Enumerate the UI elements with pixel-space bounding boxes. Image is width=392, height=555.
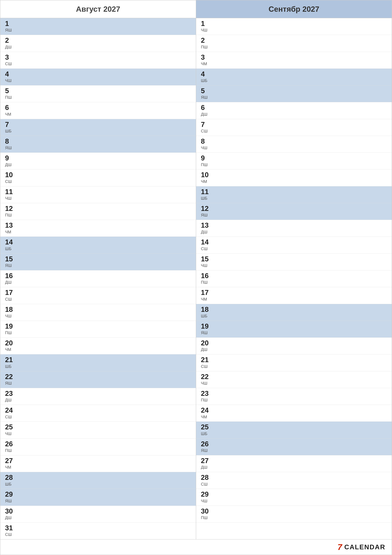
day-number: 17 (5, 289, 16, 296)
days-grid: 1 ЯШ 2 ДШ 3 СШ 4 ЧШ 5 ПШ 6 ЧМ 7 ШБ (0, 18, 392, 539)
sep-day-row: 16 ПШ (196, 270, 392, 287)
day-abbr: СШ (5, 61, 16, 66)
sep-day-row: 4 ШБ (196, 69, 392, 85)
day-abbr: ЧМ (201, 297, 212, 302)
brand-icon: 7 (337, 542, 342, 552)
day-abbr: СШ (201, 246, 212, 251)
sep-day-row: 3 ЧМ (196, 52, 392, 69)
day-number: 10 (201, 171, 212, 179)
day-number: 25 (201, 423, 212, 431)
day-cell: 6 ДШ (201, 104, 212, 117)
day-abbr: ПШ (201, 45, 212, 50)
day-cell: 30 ДШ (5, 507, 16, 520)
day-abbr: ЧМ (201, 179, 212, 184)
day-cell: 3 СШ (5, 53, 16, 66)
aug-day-row: 19 ПШ (0, 321, 196, 338)
aug-day-row: 27 ЧМ (0, 455, 196, 472)
day-number: 31 (5, 524, 16, 532)
aug-day-row: 8 ЯШ (0, 136, 196, 153)
sep-day-row: 11 ШБ (196, 186, 392, 203)
day-cell: 3 ЧМ (201, 53, 212, 66)
day-number: 29 (201, 490, 212, 498)
day-cell: 24 СШ (5, 406, 16, 419)
day-number: 22 (201, 373, 212, 380)
day-abbr: ЯШ (201, 330, 212, 335)
day-cell: 23 ПШ (201, 390, 212, 402)
day-cell: 2 ПШ (201, 37, 212, 49)
day-cell: 20 ДШ (201, 339, 212, 352)
day-abbr: ЧШ (5, 431, 16, 436)
day-cell: 13 ЧМ (5, 221, 16, 234)
day-number: 19 (201, 322, 212, 330)
day-cell: 1 ЧШ (201, 20, 212, 33)
aug-day-row: 6 ЧМ (0, 102, 196, 119)
day-abbr: ЧШ (5, 314, 16, 319)
day-cell: 8 ЯШ (5, 138, 16, 150)
day-number: 5 (5, 87, 16, 95)
day-number: 7 (201, 121, 212, 128)
aug-day-row: 9 ДШ (0, 153, 196, 169)
sep-day-row: 27 ДШ (196, 455, 392, 472)
day-number: 20 (5, 339, 16, 347)
aug-day-row: 30 ДШ (0, 506, 196, 523)
day-cell: 5 ПШ (5, 87, 16, 100)
day-number: 30 (5, 507, 16, 515)
day-number: 24 (5, 406, 16, 414)
day-cell: 9 ДШ (5, 154, 16, 167)
day-abbr: ЯШ (201, 213, 212, 218)
september-column: 1 ЧШ 2 ПШ 3 ЧМ 4 ШБ 5 ЯШ 6 ДШ 7 СШ (196, 18, 392, 539)
sep-day-row: 19 ЯШ (196, 321, 392, 338)
day-abbr: ПШ (5, 330, 16, 335)
day-cell: 8 ЧШ (201, 138, 212, 150)
day-cell: 6 ЧМ (5, 104, 16, 117)
day-abbr: ДШ (5, 515, 16, 520)
day-number: 21 (5, 356, 16, 364)
aug-day-row: 13 ЧМ (0, 220, 196, 237)
day-number: 3 (5, 53, 16, 61)
sep-day-row: 8 ЧШ (196, 136, 392, 153)
day-abbr: ШБ (5, 482, 16, 487)
day-number: 16 (201, 272, 212, 280)
day-number: 6 (201, 104, 212, 111)
day-number: 12 (201, 205, 212, 212)
aug-day-row: 21 ШБ (0, 354, 196, 371)
day-number: 4 (5, 70, 16, 78)
day-abbr: СШ (201, 129, 212, 133)
day-cell: 26 ЯШ (201, 440, 212, 453)
aug-day-row: 3 СШ (0, 52, 196, 69)
august-column: 1 ЯШ 2 ДШ 3 СШ 4 ЧШ 5 ПШ 6 ЧМ 7 ШБ (0, 18, 196, 539)
day-cell: 19 ЯШ (201, 322, 212, 335)
day-cell: 25 ШБ (201, 423, 212, 436)
day-cell: 13 ДШ (201, 221, 212, 234)
august-title: Август 2027 (76, 5, 120, 13)
day-abbr: ПШ (5, 95, 16, 100)
day-number: 13 (201, 221, 212, 229)
day-abbr: ДШ (201, 347, 212, 352)
day-abbr: СШ (201, 482, 212, 487)
aug-day-row: 14 ШБ (0, 237, 196, 254)
day-cell: 14 ШБ (5, 238, 16, 251)
day-abbr: ШБ (201, 314, 212, 319)
day-cell: 29 ЯШ (5, 490, 16, 503)
sep-day-row: 15 ЧШ (196, 254, 392, 270)
day-cell: 17 ЧМ (201, 289, 212, 301)
day-number: 19 (5, 322, 16, 330)
day-number: 2 (201, 37, 212, 44)
aug-day-row: 5 ПШ (0, 85, 196, 102)
day-number: 17 (201, 289, 212, 296)
day-cell: 31 СШ (5, 524, 16, 537)
day-number: 14 (5, 238, 16, 246)
day-abbr: ДШ (201, 112, 212, 117)
day-number: 28 (5, 474, 16, 481)
day-abbr: ЯШ (5, 28, 16, 33)
sep-day-row: 25 ШБ (196, 422, 392, 438)
day-abbr: ДШ (5, 398, 16, 402)
day-number: 11 (5, 188, 16, 196)
day-cell: 2 ДШ (5, 37, 16, 49)
day-number: 10 (5, 171, 16, 179)
day-cell: 4 ЧШ (5, 70, 16, 83)
day-cell: 12 ЯШ (201, 205, 212, 218)
day-abbr: ЧМ (201, 415, 212, 419)
day-number: 26 (5, 440, 16, 448)
day-cell: 27 ЧМ (5, 457, 16, 470)
